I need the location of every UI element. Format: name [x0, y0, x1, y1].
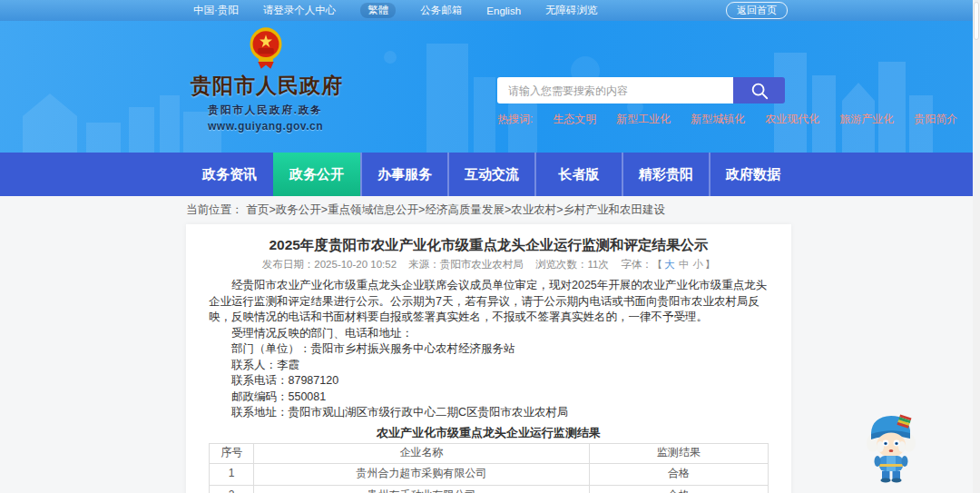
nav-item[interactable]: 互动交流: [447, 153, 534, 196]
table-cell: 贵州合力超市采购有限公司: [254, 463, 590, 485]
table-row: 1贵州合力超市采购有限公司合格: [210, 463, 769, 485]
views-value: 11次: [588, 259, 609, 270]
article-body: 经贵阳市农业产业化市级重点龙头企业联席会议成员单位审定，现对2025年开展的农业…: [209, 278, 769, 493]
table-row: 2贵州友禾种业有限公司合格: [210, 485, 769, 493]
table-header-row: 序号企业名称监测结果: [210, 443, 769, 463]
contact-line: 联系电话：87987120: [209, 373, 769, 389]
hot-search-label: 热搜词:: [497, 112, 533, 127]
bracket-open: 【: [652, 259, 663, 270]
breadcrumb-path[interactable]: 首页>政务公开>重点领域信息公开>经济高质量发展>农业农村>乡村产业和农田建设: [247, 202, 666, 218]
nav-item[interactable]: 政府数据: [709, 153, 796, 196]
article-meta: 发布日期：2025-10-20 10:52 来源：贵阳市农业农村局 浏览次数：1…: [209, 258, 769, 271]
table-cell: 贵州友禾种业有限公司: [254, 485, 590, 493]
table-cell: 合格: [589, 463, 768, 485]
hot-word-link[interactable]: 新型城镇化: [691, 112, 745, 127]
mascot-icon[interactable]: [862, 409, 920, 485]
scrollbar[interactable]: [973, 0, 980, 493]
return-home-button[interactable]: 返回首页: [726, 2, 788, 19]
contact-line: 邮政编码：550081: [209, 389, 769, 406]
table-cell: 2: [210, 485, 254, 493]
topbar-links: 中国·贵阳请登录个人中心繁體公务邮箱English无障碍浏览: [193, 3, 598, 18]
contact-block: 受理情况反映的部门、电话和地址：部门（单位）：贵阳市乡村振兴服务中心农村经济服务…: [209, 326, 769, 421]
contact-line: 联系地址：贵阳市观山湖区市级行政中心二期C区贵阳市农业农村局: [209, 405, 769, 421]
site-banner: 贵阳市人民政府 贵阳市人民政府.政务 www.guiyang.gov.cn 热搜…: [0, 21, 980, 153]
table-caption: 农业产业化市级重点龙头企业运行监测结果: [209, 425, 769, 441]
hot-search-row: 热搜词: 生态文明新型工业化新型城镇化农业现代化旅游产业化贵阳简介: [497, 112, 957, 127]
site-logo[interactable]: 贵阳市人民政府 贵阳市人民政府.政务 www.guiyang.gov.cn: [191, 26, 340, 133]
nav-item[interactable]: 政务公开: [273, 153, 360, 196]
font-size-label: 字体：: [621, 259, 652, 270]
breadcrumb-label: 当前位置：: [186, 202, 243, 218]
site-subtitle: 贵阳市人民政府.政务: [191, 104, 340, 117]
table-body: 1贵州合力超市采购有限公司合格2贵州友禾种业有限公司合格3贵州松果颂农产品有限公…: [210, 463, 769, 493]
table-header-cell: 序号: [210, 443, 254, 463]
font-size-option[interactable]: 中: [679, 259, 690, 270]
guiyang-gov-page: 中国·贵阳请登录个人中心繁體公务邮箱English无障碍浏览 返回首页: [0, 0, 980, 493]
nav-item[interactable]: 办事服务: [360, 153, 447, 196]
topbar-link[interactable]: 请登录个人中心: [263, 4, 337, 17]
scrollbar-thumb[interactable]: [974, 2, 979, 40]
topbar-link[interactable]: 中国·贵阳: [193, 4, 239, 17]
announcement-paragraph: 经贵阳市农业产业化市级重点龙头企业联席会议成员单位审定，现对2025年开展的农业…: [209, 278, 769, 326]
table-cell: 合格: [589, 485, 768, 493]
source-label: 来源：: [408, 259, 440, 270]
topbar-link[interactable]: 繁體: [360, 3, 396, 18]
nav-item[interactable]: 长者版: [534, 153, 622, 196]
contact-line: 受理情况反映的部门、电话和地址：: [209, 326, 769, 342]
site-title: 贵阳市人民政府: [191, 72, 340, 100]
table-header-cell: 企业名称: [254, 443, 590, 463]
hot-word-link[interactable]: 生态文明: [553, 112, 596, 127]
article-card: 2025年度贵阳市农业产业化市级重点龙头企业运行监测和评定结果公示 发布日期：2…: [186, 224, 791, 493]
article-title: 2025年度贵阳市农业产业化市级重点龙头企业运行监测和评定结果公示: [209, 236, 769, 254]
hot-word-link[interactable]: 贵阳简介: [914, 112, 957, 127]
bracket-close: 】: [705, 259, 716, 270]
font-size-option[interactable]: 小: [692, 259, 703, 270]
china-national-emblem-icon: [247, 26, 285, 70]
hot-word-link[interactable]: 农业现代化: [765, 112, 819, 127]
font-size-option[interactable]: 大: [664, 259, 675, 270]
site-url: www.guiyang.gov.cn: [191, 120, 340, 133]
topbar-link[interactable]: English: [486, 5, 521, 16]
views-label: 浏览次数：: [535, 259, 588, 270]
main-nav: 政务资讯政务公开办事服务互动交流长者版精彩贵阳政府数据: [0, 153, 980, 196]
table-cell: 1: [210, 463, 254, 485]
breadcrumb: 当前位置： 首页>政务公开>重点领域信息公开>经济高质量发展>农业农村>乡村产业…: [0, 196, 980, 224]
city-skyline-image: [0, 21, 980, 153]
search-button[interactable]: [733, 77, 785, 104]
nav-item[interactable]: 政务资讯: [186, 153, 273, 196]
contact-line: 部门（单位）：贵阳市乡村振兴服务中心农村经济服务站: [209, 341, 769, 358]
font-size-options: 大中小: [662, 259, 705, 270]
monitoring-results-table: 序号企业名称监测结果 1贵州合力超市采购有限公司合格2贵州友禾种业有限公司合格3…: [209, 443, 769, 493]
search-icon: [750, 81, 769, 101]
search-input[interactable]: [497, 77, 733, 104]
search-bar: [497, 77, 785, 104]
publish-date: 2025-10-20 10:52: [314, 259, 397, 270]
topbar-link[interactable]: 无障碍浏览: [545, 4, 598, 17]
publish-date-label: 发布日期：: [262, 259, 315, 270]
nav-item[interactable]: 精彩贵阳: [622, 153, 709, 196]
top-utility-bar: 中国·贵阳请登录个人中心繁體公务邮箱English无障碍浏览 返回首页: [0, 0, 980, 21]
hot-word-link[interactable]: 旅游产业化: [839, 112, 894, 127]
table-header-cell: 监测结果: [589, 443, 768, 463]
hot-words: 生态文明新型工业化新型城镇化农业现代化旅游产业化贵阳简介: [553, 112, 957, 127]
topbar-link[interactable]: 公务邮箱: [420, 4, 462, 17]
contact-line: 联系人：李霞: [209, 358, 769, 374]
source-value: 贵阳市农业农村局: [440, 259, 524, 270]
hot-word-link[interactable]: 新型工业化: [616, 112, 671, 127]
